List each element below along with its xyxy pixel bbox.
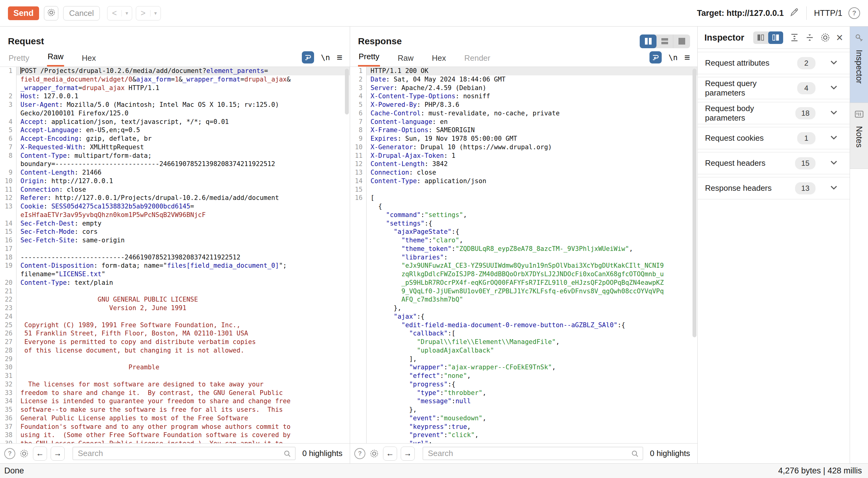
- collapse-all-icon[interactable]: [805, 33, 814, 42]
- code-line: 9Content-Length: 21466: [0, 169, 350, 177]
- edit-target-pencil-icon[interactable]: [789, 8, 799, 19]
- inspector-section[interactable]: Response headers13: [698, 177, 850, 199]
- side-tab-inspector[interactable]: Inspector: [850, 27, 868, 103]
- inspector-section[interactable]: Request headers15: [698, 152, 850, 174]
- search-next-button[interactable]: →: [51, 447, 65, 460]
- http-version-label[interactable]: HTTP/1: [814, 8, 842, 18]
- code-line: "uploadAjaxCallback": [350, 347, 698, 355]
- send-button[interactable]: Send: [8, 6, 39, 20]
- dock-left-button[interactable]: [753, 31, 768, 44]
- code-line: 22 GNU GENERAL PUBLIC LICENSE: [0, 296, 350, 304]
- code-line: "effect":"none",: [350, 372, 698, 380]
- request-search-input[interactable]: [73, 447, 296, 460]
- section-label: Request headers: [705, 158, 795, 168]
- rows-layout-icon: [661, 38, 668, 44]
- inspector-section[interactable]: Request body parameters18: [698, 102, 850, 124]
- chevron-down-icon[interactable]: [830, 185, 837, 191]
- code-line: "ajaxPageState":{: [350, 228, 698, 236]
- code-line: _wrapper_format=drupal_ajax HTTP/1.1: [0, 84, 350, 92]
- tab-render[interactable]: Render: [464, 52, 491, 66]
- tab-raw[interactable]: Raw: [47, 50, 64, 66]
- line-number: [0, 109, 17, 118]
- code-line: 27 Everyone is permitted to copy and dis…: [0, 338, 350, 347]
- inspector-section[interactable]: Request attributes2: [698, 52, 850, 74]
- code-line: ],: [350, 355, 698, 363]
- chevron-down-icon[interactable]: [830, 135, 837, 141]
- line-number: 32: [0, 380, 17, 389]
- section-count-badge: 1: [797, 132, 815, 144]
- code-line: filename="LICENSE.txt": [0, 270, 350, 279]
- tab-hex[interactable]: Hex: [81, 52, 96, 66]
- code-line: 11Connection: close: [0, 186, 350, 194]
- line-number: 37: [0, 423, 17, 431]
- next-request-button[interactable]: > ▾: [136, 6, 161, 21]
- status-bar: Done 4,276 bytes | 428 millis: [0, 464, 868, 478]
- search-help-icon[interactable]: ?: [4, 448, 15, 459]
- chevron-down-icon[interactable]: [830, 160, 837, 166]
- code-line: "settings":{: [350, 219, 698, 228]
- line-number: [350, 312, 367, 321]
- request-scrollbar[interactable]: [345, 69, 349, 115]
- dock-right-button[interactable]: [768, 31, 783, 44]
- code-line: 35software--to make sure the software is…: [0, 406, 350, 414]
- code-line: {: [350, 202, 698, 211]
- editor-menu-icon[interactable]: ≡: [684, 52, 690, 63]
- chevron-down-icon[interactable]: [830, 110, 837, 116]
- layout-single-button[interactable]: [673, 34, 690, 48]
- search-next-button[interactable]: →: [401, 447, 415, 460]
- chevron-right-icon[interactable]: >: [136, 8, 150, 18]
- line-number: 15: [0, 228, 17, 236]
- send-settings-button[interactable]: [44, 6, 58, 21]
- code-line: 31: [0, 372, 350, 380]
- inspector-close-icon[interactable]: ×: [836, 32, 843, 43]
- code-line: _pS9HLbR7ROcrPX4f-eqKGrOQ00FAFYFsR7IFZL9…: [350, 279, 698, 287]
- response-editor[interactable]: 1HTTP/1.1 200 OK2Date: Sat, 04 May 2024 …: [350, 66, 698, 443]
- code-line: 14Sec-Fetch-Dest: empty: [0, 219, 350, 228]
- search-prev-button[interactable]: ←: [33, 447, 47, 460]
- prev-dropdown-icon[interactable]: ▾: [121, 10, 132, 17]
- word-wrap-toggle-icon[interactable]: [302, 51, 314, 63]
- show-newlines-toggle[interactable]: \n: [321, 53, 330, 62]
- request-editor[interactable]: 1POST /Projects/drupal-10.2.6/media/add/…: [0, 66, 350, 443]
- layout-rows-button[interactable]: [656, 34, 673, 48]
- single-layout-icon: [679, 38, 685, 44]
- tab-raw[interactable]: Raw: [397, 52, 414, 66]
- tab-hex[interactable]: Hex: [431, 52, 446, 66]
- prev-request-button[interactable]: < ▾: [107, 6, 132, 21]
- editor-menu-icon[interactable]: ≡: [337, 52, 342, 63]
- response-search-input[interactable]: [423, 447, 643, 460]
- chevron-left-icon[interactable]: <: [107, 8, 121, 18]
- tab-pretty[interactable]: Pretty: [358, 50, 380, 66]
- search-settings-icon[interactable]: [370, 449, 379, 458]
- inspector-section[interactable]: Request cookies1: [698, 127, 850, 149]
- help-icon[interactable]: ?: [848, 7, 860, 19]
- response-scrollbar[interactable]: [692, 69, 696, 337]
- line-number: 12: [350, 160, 367, 169]
- code-line: },: [350, 304, 698, 312]
- code-line: "message":null: [350, 397, 698, 406]
- search-help-icon[interactable]: ?: [354, 448, 365, 459]
- tab-pretty[interactable]: Pretty: [8, 52, 30, 66]
- line-number: 34: [0, 397, 17, 406]
- inspector-section[interactable]: Request query parameters4: [698, 77, 850, 99]
- cancel-button[interactable]: Cancel: [63, 6, 100, 21]
- line-number: 11: [0, 186, 17, 194]
- search-settings-icon[interactable]: [20, 449, 29, 458]
- next-dropdown-icon[interactable]: ▾: [150, 10, 160, 17]
- code-line: 33freedom to share and change it. By con…: [0, 389, 350, 397]
- line-number: 33: [0, 389, 17, 397]
- chevron-down-icon[interactable]: [830, 85, 837, 91]
- code-line: 9_VQqLf0-JjUEwn8U1ov0EY_rZPBLJ1Yc7KLFsfq…: [350, 287, 698, 296]
- search-prev-button[interactable]: ←: [383, 447, 397, 460]
- show-newlines-toggle[interactable]: \n: [669, 53, 678, 62]
- chevron-down-icon[interactable]: [830, 60, 837, 66]
- word-wrap-toggle-icon[interactable]: [649, 51, 662, 63]
- line-number: [350, 397, 367, 406]
- side-tab-notes[interactable]: Notes: [850, 103, 868, 169]
- response-highlight-count: 0 highlights: [650, 449, 690, 458]
- layout-columns-button[interactable]: [640, 34, 656, 48]
- code-line: "progress":{: [350, 380, 698, 389]
- code-line: 21: [0, 287, 350, 296]
- inspector-settings-icon[interactable]: [820, 33, 830, 42]
- expand-all-icon[interactable]: [790, 33, 799, 42]
